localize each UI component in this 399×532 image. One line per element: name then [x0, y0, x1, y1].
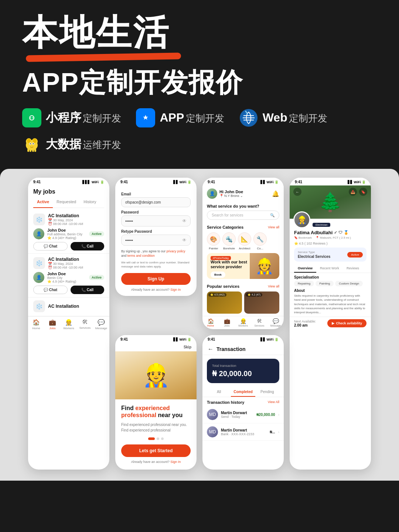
- svg-point-13: [33, 143, 34, 144]
- location-meta: 📍 Mabushi, FCT ( 2.5 mi ): [316, 236, 351, 239]
- jobs-title: My jobs: [33, 188, 104, 195]
- star-icon: ⭐: [294, 242, 298, 245]
- signup-body: Email ofspace@design.com Password ••••••…: [115, 185, 197, 296]
- profile-tabs: Overview Recent Work Reviews: [290, 265, 371, 273]
- service-type-row: Service Type Electrical Services Active: [294, 248, 366, 262]
- svg-point-9: [33, 139, 37, 143]
- home-user-avatar: 👤: [207, 188, 217, 199]
- home-user-row: 👤 Hi John Doe 📍 N.Y Bronx ⌄ 🔔: [207, 188, 279, 199]
- tab-active[interactable]: Active: [33, 198, 53, 208]
- popular-header: Popular services View all: [202, 282, 284, 290]
- home-nav-workers[interactable]: 👷 Workers: [235, 318, 251, 327]
- chat-button-2[interactable]: 💬 Chat: [33, 286, 68, 294]
- privacy-link[interactable]: privacy policy: [166, 249, 185, 253]
- trans-history-title: Transaction history: [207, 400, 244, 405]
- job-icon-2: ❄️: [33, 257, 45, 269]
- category-more[interactable]: 🔧 Co...: [253, 232, 267, 250]
- retype-value: ••••••: [125, 238, 133, 242]
- phone-jobs: 9:41 ▋▋▋ WiFi 🔋 My jobs Active Requested…: [28, 178, 109, 469]
- title-highlight: experiencedprofessional: [121, 405, 170, 418]
- badge-web-label: Web 定制开发: [263, 111, 327, 125]
- trans-tab-completed[interactable]: Completed: [231, 390, 255, 397]
- about-title: About: [294, 289, 366, 293]
- terms-text: By signing up , you agree to our privacy…: [121, 249, 191, 258]
- onboard-desc: Find experienced professional near you. …: [121, 422, 191, 433]
- badge-miniprogram: 小程序 定制开发: [22, 108, 121, 127]
- popular-view-all[interactable]: View all: [268, 284, 279, 288]
- retype-input[interactable]: •••••• 👁: [121, 235, 191, 246]
- nav-services[interactable]: 🛠 Services: [77, 319, 93, 330]
- dots-indicator: [121, 437, 191, 440]
- terms-link[interactable]: terms and condition: [127, 254, 155, 258]
- trans-amount-1: ₦20,000.00: [256, 413, 275, 417]
- tab-history[interactable]: History: [80, 198, 100, 205]
- worker-avatar-1: 👤: [33, 228, 44, 239]
- home-nav-services[interactable]: 🛠 Services: [251, 318, 267, 327]
- svg-rect-15: [30, 149, 31, 152]
- skip-button[interactable]: Skip: [115, 343, 197, 351]
- tab-reviews[interactable]: Reviews: [343, 265, 363, 273]
- nav-message[interactable]: 💬 Message: [93, 319, 109, 330]
- nav-home[interactable]: 🏠 Home: [28, 319, 44, 330]
- nav-jobs[interactable]: 💼 Jobs: [44, 319, 61, 330]
- phone-transaction: 9:41 ▋▋ WiFi 🔋 ← Transaction Total trans…: [202, 335, 284, 469]
- trans-name-2: Martin Dorwart: [221, 428, 267, 432]
- profile-share-button[interactable]: 📤: [349, 188, 357, 196]
- signup-button[interactable]: Sign Up: [121, 273, 191, 285]
- trans-total-amount: ₦ 20,000.00: [212, 369, 274, 378]
- category-borehole[interactable]: 🔩 Borehole: [222, 232, 236, 250]
- jobs-tabs: Active Requested History: [33, 198, 104, 208]
- categories-view-all[interactable]: View all: [268, 225, 279, 229]
- check-availability-button[interactable]: ▶ Check avilability: [327, 319, 366, 327]
- trans-back-button[interactable]: ←: [208, 346, 214, 352]
- eye-icon[interactable]: 👁: [182, 218, 187, 224]
- home-nav-jobs[interactable]: 💼 Jobs: [219, 318, 235, 327]
- svg-point-1: [30, 117, 31, 119]
- banner-underline: [26, 52, 181, 62]
- signin-link-row: Already have an account? Sign In: [121, 288, 191, 291]
- trans-tab-pending[interactable]: Pending: [255, 390, 279, 397]
- category-architect[interactable]: 📐 Architect: [238, 232, 251, 250]
- popular-card-1[interactable]: ⭐ 4.5 (442): [207, 291, 242, 314]
- bell-icon[interactable]: 🔔: [272, 190, 279, 197]
- profile-bookmark-btn[interactable]: 🔖: [359, 188, 367, 196]
- message-icon: 💬: [273, 318, 279, 324]
- action-btns-2: 💬 Chat 📞 Call: [33, 286, 104, 294]
- trans-avatar-1: MD: [207, 409, 218, 420]
- signin-link[interactable]: Sign In: [170, 288, 181, 291]
- search-bar[interactable]: Search for services 🔍: [207, 211, 279, 220]
- trans-view-all[interactable]: View All: [268, 400, 279, 405]
- badge-web: Web 定制开发: [239, 108, 327, 127]
- lets-go-button[interactable]: Lets get Started: [121, 444, 191, 457]
- email-input[interactable]: ofspace@design.com: [121, 197, 191, 207]
- onboard-signin-anchor[interactable]: Sign In: [170, 460, 181, 464]
- popular-rating-2: ⭐ 4.2 (47): [246, 293, 262, 297]
- popular-card-2[interactable]: ⭐ 4.2 (47): [244, 291, 279, 314]
- tab-requested[interactable]: Requested: [53, 198, 80, 205]
- trans-sub-1: Send · Today: [221, 415, 253, 419]
- tab-recent-work[interactable]: Recent Work: [316, 265, 343, 273]
- banner-subtitle: APP定制开发报价: [22, 68, 377, 97]
- call-button-2[interactable]: 📞 Call: [71, 286, 104, 294]
- retype-label: Retype Password: [121, 229, 191, 233]
- home-nav-message[interactable]: 💬 Message: [267, 318, 284, 327]
- category-painter[interactable]: 🎨 Painter: [207, 232, 220, 250]
- nav-workers[interactable]: 👷 Workers: [61, 319, 77, 330]
- phone-home: 9:41 ▋▋ WiFi 🔋 👤 Hi John Doe 📍 N.Y Bronx…: [202, 178, 284, 329]
- architect-icon: 📐: [238, 232, 251, 246]
- password-input[interactable]: •••••• 👁: [121, 215, 191, 226]
- app-store-icon: [136, 108, 155, 127]
- trans-tab-all[interactable]: All: [207, 390, 231, 397]
- promo-book-button[interactable]: Book: [211, 272, 225, 278]
- call-button-1[interactable]: 📞 Call: [71, 242, 104, 250]
- tab-overview[interactable]: Overview: [294, 265, 316, 273]
- home-nav-home[interactable]: 🏠 Home: [202, 318, 219, 327]
- active-badge-2: Active: [89, 275, 104, 280]
- chat-button-1[interactable]: 💬 Chat: [33, 242, 68, 250]
- onboard-time: 9:41: [120, 337, 128, 341]
- borehole-icon: 🔩: [222, 232, 236, 246]
- spec-tag-repairing: Repairing: [294, 281, 314, 286]
- eye-icon-2[interactable]: 👁: [182, 238, 187, 243]
- profile-meta: 🔖 Bookmark 📍 Mabushi, FCT ( 2.5 mi ): [290, 235, 371, 242]
- services-icon: 🛠: [257, 318, 262, 324]
